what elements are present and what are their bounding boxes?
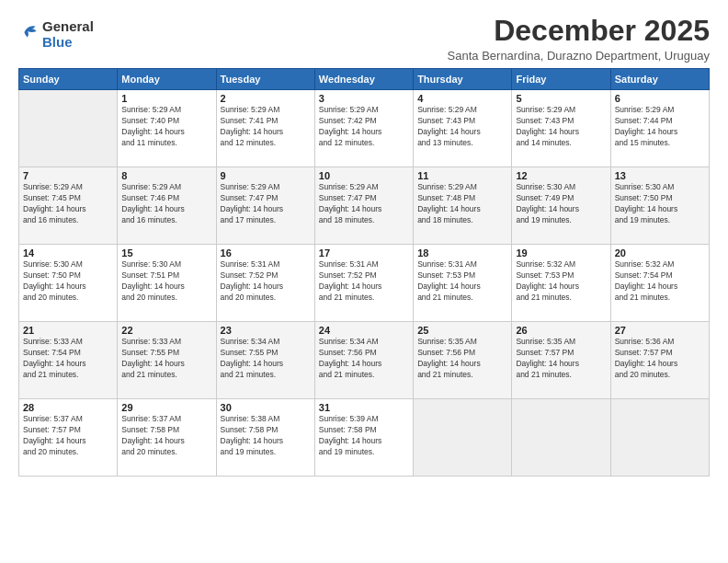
day-cell: 21Sunrise: 5:33 AMSunset: 7:54 PMDayligh… — [19, 322, 118, 399]
day-info: Sunrise: 5:32 AMSunset: 7:53 PMDaylight:… — [516, 259, 606, 304]
day-number: 20 — [615, 247, 705, 259]
day-cell: 10Sunrise: 5:29 AMSunset: 7:47 PMDayligh… — [314, 167, 413, 245]
day-info: Sunrise: 5:29 AMSunset: 7:43 PMDaylight:… — [417, 105, 507, 149]
day-cell: 11Sunrise: 5:29 AMSunset: 7:48 PMDayligh… — [414, 167, 512, 245]
day-cell: 5Sunrise: 5:29 AMSunset: 7:43 PMDaylight… — [512, 90, 610, 167]
day-cell: 4Sunrise: 5:29 AMSunset: 7:43 PMDaylight… — [414, 90, 512, 167]
col-header-tuesday: Tuesday — [216, 69, 314, 90]
col-header-saturday: Saturday — [610, 69, 709, 90]
week-row-1: 1Sunrise: 5:29 AMSunset: 7:40 PMDaylight… — [19, 90, 710, 167]
day-info: Sunrise: 5:35 AMSunset: 7:56 PMDaylight:… — [417, 337, 507, 381]
day-number: 11 — [417, 170, 507, 181]
day-number: 3 — [319, 93, 409, 104]
day-info: Sunrise: 5:33 AMSunset: 7:54 PMDaylight:… — [23, 337, 113, 381]
day-info: Sunrise: 5:35 AMSunset: 7:57 PMDaylight:… — [516, 337, 606, 381]
logo: General Blue — [18, 18, 94, 51]
day-number: 2 — [221, 93, 311, 104]
day-cell: 23Sunrise: 5:34 AMSunset: 7:55 PMDayligh… — [216, 322, 314, 399]
title-block: December 2025 Santa Bernardina, Durazno … — [448, 15, 710, 63]
day-number: 10 — [319, 170, 409, 181]
day-cell: 2Sunrise: 5:29 AMSunset: 7:41 PMDaylight… — [216, 90, 314, 167]
day-number: 13 — [615, 170, 705, 181]
day-cell: 27Sunrise: 5:36 AMSunset: 7:57 PMDayligh… — [610, 322, 709, 399]
logo-line1: General — [42, 18, 94, 34]
day-info: Sunrise: 5:31 AMSunset: 7:52 PMDaylight:… — [319, 259, 409, 304]
day-cell — [512, 399, 610, 477]
day-number: 30 — [221, 402, 311, 413]
day-info: Sunrise: 5:31 AMSunset: 7:52 PMDaylight:… — [221, 259, 311, 304]
day-info: Sunrise: 5:29 AMSunset: 7:46 PMDaylight:… — [121, 182, 211, 226]
page: General Blue December 2025 Santa Bernard… — [0, 0, 728, 563]
logo-text — [18, 22, 40, 46]
day-cell: 1Sunrise: 5:29 AMSunset: 7:40 PMDaylight… — [118, 90, 216, 167]
day-info: Sunrise: 5:34 AMSunset: 7:56 PMDaylight:… — [319, 337, 409, 381]
day-number: 8 — [121, 170, 211, 181]
day-number: 28 — [23, 402, 113, 413]
day-cell: 12Sunrise: 5:30 AMSunset: 7:49 PMDayligh… — [512, 167, 610, 245]
week-row-5: 28Sunrise: 5:37 AMSunset: 7:57 PMDayligh… — [19, 399, 710, 477]
week-row-3: 14Sunrise: 5:30 AMSunset: 7:50 PMDayligh… — [19, 245, 710, 322]
day-cell: 15Sunrise: 5:30 AMSunset: 7:51 PMDayligh… — [118, 245, 216, 322]
day-number: 31 — [319, 402, 409, 413]
day-cell: 8Sunrise: 5:29 AMSunset: 7:46 PMDaylight… — [118, 167, 216, 245]
day-cell: 26Sunrise: 5:35 AMSunset: 7:57 PMDayligh… — [512, 322, 610, 399]
day-cell: 28Sunrise: 5:37 AMSunset: 7:57 PMDayligh… — [19, 399, 118, 477]
day-info: Sunrise: 5:29 AMSunset: 7:44 PMDaylight:… — [615, 105, 705, 149]
day-cell: 24Sunrise: 5:34 AMSunset: 7:56 PMDayligh… — [314, 322, 413, 399]
day-number: 27 — [615, 325, 705, 336]
day-info: Sunrise: 5:29 AMSunset: 7:47 PMDaylight:… — [319, 182, 409, 226]
week-row-2: 7Sunrise: 5:29 AMSunset: 7:45 PMDaylight… — [19, 167, 710, 245]
day-cell: 22Sunrise: 5:33 AMSunset: 7:55 PMDayligh… — [118, 322, 216, 399]
day-info: Sunrise: 5:39 AMSunset: 7:58 PMDaylight:… — [319, 414, 409, 458]
month-title: December 2025 — [448, 15, 710, 47]
week-row-4: 21Sunrise: 5:33 AMSunset: 7:54 PMDayligh… — [19, 322, 710, 399]
day-number: 26 — [516, 325, 606, 336]
day-cell — [414, 399, 512, 477]
day-number: 1 — [121, 93, 211, 104]
day-number: 19 — [516, 247, 606, 259]
day-info: Sunrise: 5:31 AMSunset: 7:53 PMDaylight:… — [417, 259, 507, 304]
day-cell: 20Sunrise: 5:32 AMSunset: 7:54 PMDayligh… — [610, 245, 709, 322]
header-row: SundayMondayTuesdayWednesdayThursdayFrid… — [19, 69, 710, 90]
day-info: Sunrise: 5:29 AMSunset: 7:40 PMDaylight:… — [121, 105, 211, 149]
day-info: Sunrise: 5:32 AMSunset: 7:54 PMDaylight:… — [615, 259, 705, 304]
day-number: 29 — [121, 402, 211, 413]
day-cell: 13Sunrise: 5:30 AMSunset: 7:50 PMDayligh… — [610, 167, 709, 245]
day-info: Sunrise: 5:34 AMSunset: 7:55 PMDaylight:… — [221, 337, 311, 381]
day-info: Sunrise: 5:30 AMSunset: 7:49 PMDaylight:… — [516, 182, 606, 226]
day-number: 6 — [615, 93, 705, 104]
day-number: 21 — [23, 325, 113, 336]
day-number: 25 — [417, 325, 507, 336]
day-number: 14 — [23, 247, 113, 259]
day-cell: 25Sunrise: 5:35 AMSunset: 7:56 PMDayligh… — [414, 322, 512, 399]
day-number: 15 — [121, 247, 211, 259]
day-cell: 9Sunrise: 5:29 AMSunset: 7:47 PMDaylight… — [216, 167, 314, 245]
day-info: Sunrise: 5:29 AMSunset: 7:47 PMDaylight:… — [221, 182, 311, 226]
day-cell: 29Sunrise: 5:37 AMSunset: 7:58 PMDayligh… — [118, 399, 216, 477]
day-number: 9 — [221, 170, 311, 181]
day-cell: 14Sunrise: 5:30 AMSunset: 7:50 PMDayligh… — [19, 245, 118, 322]
day-info: Sunrise: 5:30 AMSunset: 7:50 PMDaylight:… — [23, 259, 113, 304]
day-info: Sunrise: 5:33 AMSunset: 7:55 PMDaylight:… — [121, 337, 211, 381]
day-info: Sunrise: 5:36 AMSunset: 7:57 PMDaylight:… — [615, 337, 705, 381]
day-number: 4 — [417, 93, 507, 104]
col-header-wednesday: Wednesday — [314, 69, 413, 90]
calendar-table: SundayMondayTuesdayWednesdayThursdayFrid… — [18, 68, 710, 477]
day-cell: 30Sunrise: 5:38 AMSunset: 7:58 PMDayligh… — [216, 399, 314, 477]
col-header-friday: Friday — [512, 69, 610, 90]
day-number: 7 — [23, 170, 113, 181]
header: General Blue December 2025 Santa Bernard… — [18, 15, 710, 63]
day-number: 22 — [121, 325, 211, 336]
day-cell: 18Sunrise: 5:31 AMSunset: 7:53 PMDayligh… — [414, 245, 512, 322]
day-info: Sunrise: 5:29 AMSunset: 7:45 PMDaylight:… — [23, 182, 113, 226]
day-cell — [19, 90, 118, 167]
day-cell: 7Sunrise: 5:29 AMSunset: 7:45 PMDaylight… — [19, 167, 118, 245]
day-cell: 31Sunrise: 5:39 AMSunset: 7:58 PMDayligh… — [314, 399, 413, 477]
day-number: 12 — [516, 170, 606, 181]
day-cell — [610, 399, 709, 477]
day-cell: 19Sunrise: 5:32 AMSunset: 7:53 PMDayligh… — [512, 245, 610, 322]
col-header-monday: Monday — [118, 69, 216, 90]
day-info: Sunrise: 5:30 AMSunset: 7:50 PMDaylight:… — [615, 182, 705, 226]
day-number: 16 — [221, 247, 311, 259]
day-info: Sunrise: 5:29 AMSunset: 7:48 PMDaylight:… — [417, 182, 507, 226]
